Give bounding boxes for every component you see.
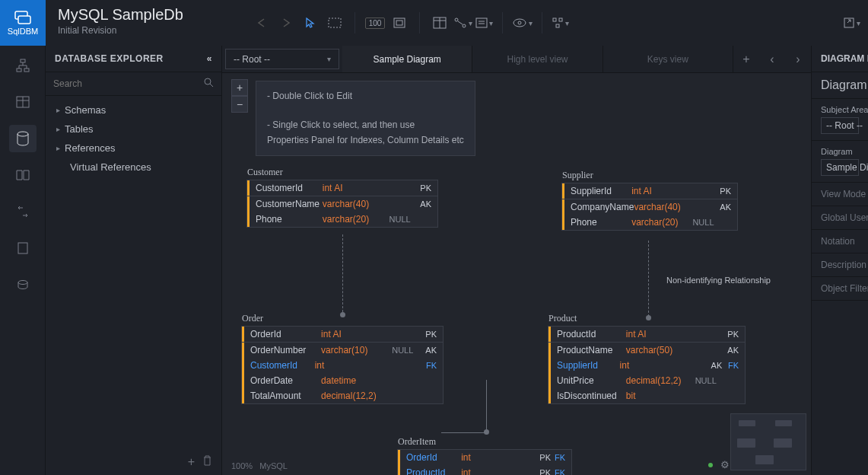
- brand-text: SqlDBM: [8, 27, 38, 36]
- entity-supplier[interactable]: Supplier SupplierIdint AIPK CompanyNamev…: [561, 183, 738, 231]
- props-subject-area: Subject Area -- Root --: [812, 99, 868, 141]
- rail-compare-icon[interactable]: [9, 198, 37, 225]
- relation-tool[interactable]: ▾: [453, 17, 472, 29]
- svg-rect-20: [21, 59, 25, 62]
- rel-order-orderitem[interactable]: [441, 380, 487, 433]
- svg-rect-16: [553, 18, 556, 21]
- entity-product[interactable]: Product ProductIdint AIPK ProductNamevar…: [548, 326, 746, 404]
- nav-rail: [0, 46, 46, 475]
- svg-rect-2: [329, 18, 341, 27]
- entity-customer[interactable]: Customer CustomerIdint AIPK CustomerName…: [246, 180, 438, 228]
- zoom-100-button[interactable]: 100: [364, 12, 386, 33]
- canvas-status: 100% MySQL: [231, 461, 288, 470]
- settings-icon[interactable]: ⚙: [720, 459, 730, 470]
- props-diagram-name: Diagram Sample Diagram: [812, 141, 868, 183]
- rail-table-icon[interactable]: [9, 88, 37, 116]
- tree-item-references[interactable]: ▸References: [46, 139, 221, 158]
- explorer-footer: +: [46, 449, 221, 475]
- project-title-block: MySQL SampleDb Initial Revision: [46, 0, 243, 46]
- tree-item-schemas[interactable]: ▸Schemas: [46, 100, 221, 120]
- project-revision: Initial Revision: [58, 25, 231, 36]
- explorer-header: DATABASE EXPLORER «: [46, 46, 221, 72]
- logo-icon: [14, 10, 32, 25]
- svg-rect-21: [17, 69, 21, 72]
- zoom-controls: + −: [231, 79, 248, 113]
- add-table-button[interactable]: [429, 12, 450, 33]
- canvas-panel: -- Root --▾ Sample Diagram High level vi…: [222, 46, 811, 475]
- rail-docs-icon[interactable]: [9, 161, 37, 189]
- diagram-name-input[interactable]: Sample Diagram: [821, 159, 859, 176]
- svg-point-15: [518, 21, 521, 24]
- entity-order[interactable]: Order OrderIdint AIPK OrderNumbervarchar…: [241, 326, 444, 404]
- minimap[interactable]: [730, 413, 806, 470]
- entity-orderitem[interactable]: OrderItem OrderIdintPKFK ProductIdintPKF…: [397, 449, 572, 475]
- export-button[interactable]: ▾: [843, 17, 860, 29]
- entity-title: Supplier: [562, 170, 593, 181]
- svg-point-26: [17, 132, 28, 136]
- explorer-tree: ▸Schemas ▸Tables ▸References Virtual Ref…: [46, 96, 221, 449]
- explorer-search: [46, 72, 221, 96]
- pointer-tool[interactable]: [300, 12, 321, 33]
- props-tab[interactable]: Diagram: [812, 72, 868, 99]
- svg-line-10: [458, 21, 463, 24]
- next-tab-button[interactable]: ›: [785, 46, 811, 72]
- rel-customer-order[interactable]: [342, 234, 343, 312]
- project-title: MySQL SampleDb: [58, 6, 231, 24]
- add-item-icon[interactable]: +: [188, 455, 195, 469]
- fit-button[interactable]: [389, 12, 410, 33]
- prev-tab-button[interactable]: ‹: [759, 46, 785, 72]
- tree-item-virtual-references[interactable]: Virtual References: [46, 158, 221, 177]
- rel-dot: [646, 315, 651, 320]
- rel-tooltip: Non-identifying Relationship: [665, 274, 772, 286]
- delete-item-icon[interactable]: [202, 455, 212, 469]
- props-global-user[interactable]: Global User: [812, 206, 868, 230]
- rail-reverse-icon[interactable]: [9, 271, 37, 298]
- marquee-tool[interactable]: [324, 12, 345, 33]
- view-mode-button[interactable]: ▾: [512, 18, 533, 28]
- schema-selector[interactable]: -- Root --▾: [225, 49, 339, 69]
- rail-database-icon[interactable]: [9, 125, 37, 152]
- svg-rect-27: [18, 243, 27, 253]
- svg-point-29: [205, 78, 211, 84]
- zoom-level: 100%: [231, 461, 253, 470]
- svg-line-30: [210, 84, 213, 87]
- diagram-tabs: -- Root --▾ Sample Diagram High level vi…: [222, 46, 811, 73]
- add-tab-button[interactable]: +: [733, 46, 759, 72]
- db-engine: MySQL: [259, 461, 288, 470]
- layout-button[interactable]: ▾: [552, 17, 569, 29]
- collapse-explorer-icon[interactable]: «: [207, 53, 212, 64]
- svg-rect-4: [396, 21, 402, 25]
- search-input[interactable]: [53, 78, 203, 89]
- rel-supplier-product[interactable]: [648, 241, 649, 317]
- canvas-hint: - Double Click to Edit - Single Click to…: [256, 81, 475, 156]
- main-toolbar: 100 ▾ ▾ ▾ ▾ ▾: [243, 0, 868, 46]
- note-tool[interactable]: ▾: [475, 18, 493, 28]
- zoom-out-button[interactable]: −: [231, 96, 248, 113]
- svg-point-14: [513, 19, 526, 27]
- brand-logo[interactable]: SqlDBM: [0, 0, 46, 46]
- props-description[interactable]: Description: [812, 253, 868, 277]
- tab-keys-view[interactable]: Keys view: [603, 46, 733, 72]
- entity-title: Customer: [247, 167, 283, 178]
- undo-button[interactable]: [251, 12, 272, 33]
- rel-dot: [340, 312, 345, 317]
- explorer-title: DATABASE EXPLORER: [55, 53, 164, 64]
- entity-title: Order: [242, 313, 263, 324]
- app-header: SqlDBM MySQL SampleDb Initial Revision 1…: [0, 0, 868, 46]
- database-explorer: DATABASE EXPLORER « ▸Schemas ▸Tables ▸Re…: [46, 46, 222, 475]
- zoom-in-button[interactable]: +: [231, 79, 248, 96]
- props-view-mode[interactable]: View Mode: [812, 183, 868, 206]
- tab-high-level[interactable]: High level view: [472, 46, 603, 72]
- rail-script-icon[interactable]: [9, 234, 37, 262]
- search-icon[interactable]: [203, 77, 214, 91]
- diagram-canvas[interactable]: + − - Double Click to Edit - Single Clic…: [222, 73, 811, 475]
- props-notation[interactable]: Notation: [812, 230, 868, 253]
- subject-area-select[interactable]: -- Root --: [821, 117, 859, 134]
- tab-sample-diagram[interactable]: Sample Diagram: [342, 46, 472, 72]
- entity-title: Product: [548, 313, 577, 324]
- redo-button[interactable]: [275, 12, 297, 33]
- rail-diagram-icon[interactable]: [9, 52, 37, 79]
- svg-rect-17: [559, 18, 562, 21]
- tree-item-tables[interactable]: ▸Tables: [46, 120, 221, 139]
- props-object-filter[interactable]: Object Filter: [812, 277, 868, 301]
